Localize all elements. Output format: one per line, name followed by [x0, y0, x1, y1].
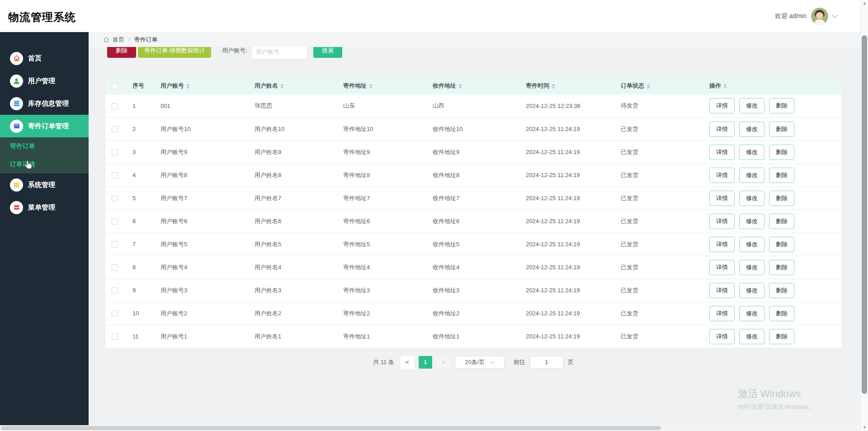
row-checkbox[interactable]	[112, 241, 118, 248]
horizontal-scrollbar-thumb[interactable]	[1, 426, 661, 430]
edit-button[interactable]: 修改	[739, 283, 764, 298]
sort-icon[interactable]	[458, 84, 462, 89]
page-size-select[interactable]: 20条/页	[455, 356, 505, 369]
cell-account: 用户账号8	[154, 164, 248, 187]
sort-icon[interactable]	[280, 84, 284, 89]
scroll-down-arrow-icon[interactable]: ▼	[861, 424, 868, 431]
row-checkbox[interactable]	[112, 218, 118, 225]
row-checkbox[interactable]	[112, 103, 118, 109]
breadcrumb-home[interactable]: 首页	[113, 36, 124, 44]
edit-button[interactable]: 修改	[739, 122, 764, 137]
sort-icon[interactable]	[552, 84, 555, 89]
row-delete-button[interactable]: 删除	[769, 214, 794, 229]
row-delete-button[interactable]: 删除	[769, 260, 794, 275]
horizontal-scrollbar[interactable]	[0, 425, 860, 431]
sort-icon[interactable]	[186, 84, 190, 89]
pagination-page-1[interactable]: 1	[419, 356, 432, 369]
edit-button[interactable]: 修改	[739, 329, 764, 344]
sidebar-item-users[interactable]: 用户管理	[0, 70, 89, 92]
detail-button[interactable]: 详情	[709, 168, 735, 183]
stats-button[interactable]: 寄件订单-饼图数据统计	[138, 47, 211, 58]
scroll-up-arrow-icon[interactable]: ▲	[861, 0, 868, 7]
row-checkbox[interactable]	[112, 264, 118, 271]
row-delete-button[interactable]: 删除	[769, 306, 794, 321]
row-delete-button[interactable]: 删除	[769, 237, 794, 252]
edit-button[interactable]: 修改	[739, 98, 764, 113]
table-row: 3用户账号9用户姓名9寄件地址9收件地址92024-12-25 11:24:19…	[105, 141, 841, 164]
row-checkbox[interactable]	[112, 195, 118, 201]
sidebar-item-orders[interactable]: 寄件订单管理	[0, 115, 89, 137]
edit-button[interactable]: 修改	[739, 237, 764, 252]
cell-send-address: 寄件地址9	[337, 141, 426, 164]
row-checkbox[interactable]	[112, 287, 118, 294]
vertical-scrollbar-thumb[interactable]	[862, 35, 867, 394]
column-header-actions[interactable]: 操作	[703, 77, 841, 94]
delete-button[interactable]: 删除	[107, 47, 136, 58]
table-row: 6用户账号6用户姓名6寄件地址6收件地址62024-12-25 11:24:19…	[105, 210, 841, 233]
column-header-send_time[interactable]: 寄件时间	[519, 77, 614, 94]
edit-button[interactable]: 修改	[739, 214, 764, 229]
row-delete-button[interactable]: 删除	[769, 329, 794, 344]
pagination-prev-button[interactable]: <	[401, 356, 414, 369]
submenu-item-order-detail[interactable]: 订单详情	[0, 155, 89, 173]
column-header-account[interactable]: 用户账号	[154, 77, 248, 94]
table-row: 11用户账号1用户姓名1寄件地址1收件地址12024-12-25 11:24:1…	[105, 325, 841, 348]
chevron-down-icon[interactable]	[832, 12, 838, 18]
row-delete-button[interactable]: 删除	[769, 98, 794, 113]
vertical-scrollbar[interactable]: ▲ ▼	[860, 0, 868, 431]
sidebar-item-system[interactable]: 系统管理	[0, 173, 89, 196]
search-button[interactable]: 搜索	[313, 47, 342, 58]
edit-button[interactable]: 修改	[739, 191, 764, 206]
row-checkbox[interactable]	[112, 126, 118, 132]
column-header-send_address[interactable]: 寄件地址	[337, 77, 426, 94]
detail-button[interactable]: 详情	[709, 329, 735, 344]
detail-button[interactable]: 详情	[709, 122, 735, 137]
avatar-face	[816, 12, 823, 19]
column-header-receive_address[interactable]: 收件地址	[426, 77, 519, 94]
submenu-item-send-orders[interactable]: 寄件订单	[0, 137, 89, 155]
detail-button[interactable]: 详情	[709, 306, 735, 321]
edit-button[interactable]: 修改	[739, 260, 764, 275]
row-delete-button[interactable]: 删除	[769, 191, 794, 206]
orders-table-card: 序号用户账号用户姓名寄件地址收件地址寄件时间订单状态操作 1001张思思山东山西…	[105, 77, 841, 348]
search-input[interactable]	[251, 47, 308, 60]
goto-page-input[interactable]	[530, 356, 563, 369]
detail-button[interactable]: 详情	[709, 260, 735, 275]
row-delete-button[interactable]: 删除	[769, 145, 794, 160]
pagination-next-button[interactable]: >	[437, 356, 450, 369]
sidebar-item-inventory[interactable]: 库存信息管理	[0, 92, 89, 115]
select-all-checkbox[interactable]	[112, 83, 118, 89]
column-header-name[interactable]: 用户姓名	[248, 77, 337, 94]
user-menu[interactable]: 欢迎 admin	[775, 0, 837, 32]
table-row: 9用户账号3用户姓名3寄件地址3收件地址32024-12-25 11:24:19…	[105, 279, 841, 302]
row-checkbox[interactable]	[112, 333, 118, 340]
edit-button[interactable]: 修改	[739, 145, 764, 160]
detail-button[interactable]: 详情	[709, 214, 735, 229]
row-checkbox[interactable]	[112, 149, 118, 155]
avatar[interactable]	[811, 8, 828, 25]
edit-button[interactable]: 修改	[739, 306, 764, 321]
sort-icon[interactable]	[723, 84, 727, 89]
detail-button[interactable]: 详情	[709, 237, 735, 252]
edit-button[interactable]: 修改	[739, 168, 764, 183]
sort-icon[interactable]	[646, 84, 650, 89]
row-checkbox[interactable]	[112, 172, 118, 178]
user-icon	[10, 75, 23, 88]
row-delete-button[interactable]: 删除	[769, 122, 794, 137]
detail-button[interactable]: 详情	[709, 191, 735, 206]
detail-button[interactable]: 详情	[709, 145, 735, 160]
cell-index: 10	[126, 302, 154, 325]
row-delete-button[interactable]: 删除	[769, 168, 794, 183]
cell-send-time: 2024-12-25 12:23:36	[519, 94, 614, 117]
row-delete-button[interactable]: 删除	[769, 283, 794, 298]
detail-button[interactable]: 详情	[709, 283, 735, 298]
sidebar-item-menu[interactable]: 菜单管理	[0, 196, 89, 219]
table-row: 8用户账号4用户姓名4寄件地址4收件地址42024-12-25 11:24:19…	[105, 256, 841, 279]
sort-icon[interactable]	[369, 84, 373, 89]
sidebar-item-home[interactable]: 首页	[0, 47, 89, 70]
column-header-status[interactable]: 订单状态	[614, 77, 703, 94]
cell-status: 已发货	[614, 141, 703, 164]
detail-button[interactable]: 详情	[709, 98, 735, 113]
main-content: 首页 / 寄件订单 删除 寄件订单-饼图数据统计 用户账号: 搜索 序号用户账号…	[89, 32, 860, 425]
row-checkbox[interactable]	[112, 310, 118, 317]
